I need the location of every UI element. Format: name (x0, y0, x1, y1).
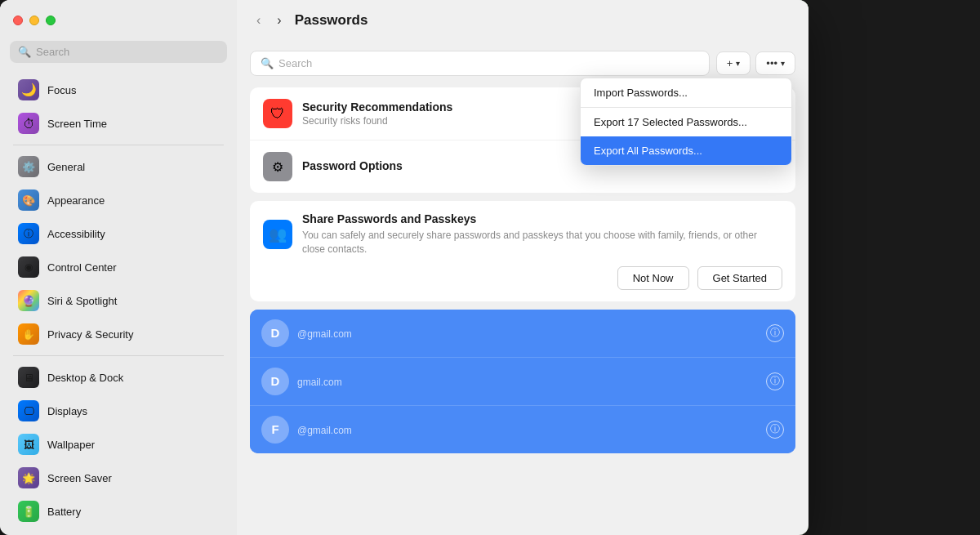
wallpaper-icon: 🖼 (18, 434, 39, 455)
minimize-button[interactable] (29, 16, 39, 25)
share-title: Share Passwords and Passkeys (302, 212, 782, 225)
info-button-1[interactable]: ⓘ (766, 372, 784, 390)
ellipsis-icon: ••• (766, 57, 777, 69)
sidebar-item-siri-spotlight[interactable]: 🔮 Siri & Spotlight (5, 284, 232, 317)
password-row-1[interactable]: D gmail.com ⓘ (250, 358, 795, 406)
sidebar-item-label: Focus (47, 84, 76, 96)
security-icon: 🛡 (263, 99, 292, 128)
dropdown-export-all[interactable]: Export All Passwords... (581, 136, 791, 165)
sidebar-item-focus[interactable]: 🌙 Focus (5, 74, 232, 106)
general-icon: ⚙️ (18, 156, 39, 177)
sidebar-item-label: General (47, 161, 85, 173)
sidebar: 🔍 🌙 Focus ⏱ Screen Time ⚙️ General 🎨 App… (0, 0, 237, 535)
info-button-2[interactable]: ⓘ (766, 421, 784, 439)
sidebar-item-wallpaper[interactable]: 🖼 Wallpaper (5, 428, 232, 461)
more-options-button[interactable]: ••• ▾ (755, 51, 795, 75)
sidebar-item-accessibility[interactable]: ⓘ Accessibility (5, 217, 232, 250)
chevron-down-icon: ▾ (736, 59, 740, 68)
sidebar-item-appearance[interactable]: 🎨 Appearance (5, 184, 232, 216)
sidebar-item-screen-time[interactable]: ⏱ Screen Time (5, 107, 232, 140)
sidebar-item-control-center[interactable]: ◉ Control Center (5, 251, 232, 283)
desktop-dock-icon: 🖥 (18, 367, 39, 388)
close-button[interactable] (13, 16, 23, 25)
security-title: Security Recommendations (302, 100, 452, 114)
back-button[interactable]: ‹ (253, 10, 264, 31)
siri-icon: 🔮 (18, 290, 39, 311)
sidebar-divider (13, 145, 224, 145)
sidebar-item-label: Privacy & Security (47, 328, 133, 341)
search-icon: 🔍 (261, 57, 274, 69)
sidebar-item-label: Siri & Spotlight (47, 295, 117, 307)
info-button-0[interactable]: ⓘ (766, 324, 784, 342)
page-title: Passwords (295, 12, 368, 29)
displays-icon: 🖵 (18, 400, 39, 421)
sidebar-items-list: 🌙 Focus ⏱ Screen Time ⚙️ General 🎨 Appea… (0, 73, 237, 535)
password-options-title: Password Options (302, 159, 403, 172)
share-card-buttons: Not Now Get Started (263, 266, 782, 290)
sidebar-item-label: Displays (47, 405, 87, 417)
password-row-0[interactable]: D @gmail.com ⓘ (250, 310, 795, 358)
share-passwords-card: 👥 Share Passwords and Passkeys You can s… (250, 201, 795, 301)
forward-button[interactable]: › (274, 10, 284, 31)
privacy-icon: ✋ (18, 323, 39, 345)
battery-icon: 🔋 (18, 501, 39, 522)
security-subtitle: Security risks found (302, 115, 452, 127)
sidebar-item-label: Screen Time (47, 118, 107, 130)
screen-saver-icon: 🌟 (18, 467, 39, 488)
main-titlebar: ‹ › Passwords (237, 0, 808, 41)
plus-icon: + (727, 57, 733, 69)
action-buttons: + ▾ ••• ▾ (716, 51, 795, 75)
sidebar-item-label: Control Center (47, 261, 117, 274)
sidebar-item-screen-saver[interactable]: 🌟 Screen Saver (5, 461, 232, 494)
password-row-2[interactable]: F @gmail.com ⓘ (250, 406, 795, 453)
sidebar-item-battery[interactable]: 🔋 Battery (5, 495, 232, 528)
sidebar-item-label: Battery (47, 506, 81, 518)
avatar-f: F (261, 416, 289, 444)
sidebar-item-privacy-security[interactable]: ✋ Privacy & Security (5, 318, 232, 350)
dropdown-menu: Import Passwords... Export 17 Selected P… (580, 78, 792, 166)
get-started-button[interactable]: Get Started (697, 266, 782, 290)
password-options-icon: ⚙ (263, 152, 292, 181)
password-info-0: @gmail.com (297, 327, 758, 340)
avatar-d1: D (261, 319, 289, 347)
not-now-button[interactable]: Not Now (617, 266, 689, 290)
window-titlebar (0, 0, 237, 41)
chevron-down-icon2: ▾ (781, 59, 785, 68)
password-info-2: @gmail.com (297, 423, 758, 436)
password-options-text: Password Options (302, 159, 403, 174)
sidebar-search-input[interactable] (36, 46, 219, 58)
accessibility-icon: ⓘ (18, 223, 39, 244)
dropdown-export-selected[interactable]: Export 17 Selected Passwords... (581, 108, 791, 136)
security-card-text: Security Recommendations Security risks … (302, 100, 452, 127)
focus-icon: 🌙 (18, 79, 39, 100)
sidebar-item-label: Desktop & Dock (47, 372, 123, 384)
sidebar-item-desktop-dock[interactable]: 🖥 Desktop & Dock (5, 361, 232, 394)
content-search-bar: 🔍 + ▾ ••• ▾ (250, 51, 795, 76)
search-input-wrap: 🔍 (250, 51, 710, 76)
sidebar-divider2 (13, 355, 224, 356)
dropdown-import[interactable]: Import Passwords... (581, 78, 791, 107)
search-icon: 🔍 (18, 46, 31, 58)
content-search-input[interactable] (278, 57, 699, 69)
sidebar-item-general[interactable]: ⚙️ General (5, 150, 232, 183)
sidebar-item-label: Appearance (47, 194, 105, 207)
share-card-header: 👥 Share Passwords and Passkeys You can s… (263, 212, 782, 256)
password-email-1: gmail.com (297, 377, 758, 388)
password-email-0: @gmail.com (297, 328, 758, 340)
main-content: ‹ › Passwords 🔍 + ▾ ••• ▾ (237, 0, 808, 535)
add-button[interactable]: + ▾ (716, 51, 751, 75)
password-list: D @gmail.com ⓘ D gmail.com (250, 310, 795, 453)
appearance-icon: 🎨 (18, 189, 39, 211)
control-center-icon: ◉ (18, 256, 39, 278)
sidebar-search: 🔍 (10, 41, 227, 63)
share-card-text: Share Passwords and Passkeys You can saf… (302, 212, 782, 256)
avatar-d2: D (261, 368, 289, 395)
sidebar-item-label: Accessibility (47, 228, 105, 240)
screen-time-icon: ⏱ (18, 113, 39, 134)
sidebar-item-displays[interactable]: 🖵 Displays (5, 395, 232, 427)
sidebar-item-label: Screen Saver (47, 472, 112, 484)
maximize-button[interactable] (46, 16, 56, 25)
password-info-1: gmail.com (297, 375, 758, 388)
share-icon: 👥 (263, 220, 292, 249)
password-email-2: @gmail.com (297, 425, 758, 436)
